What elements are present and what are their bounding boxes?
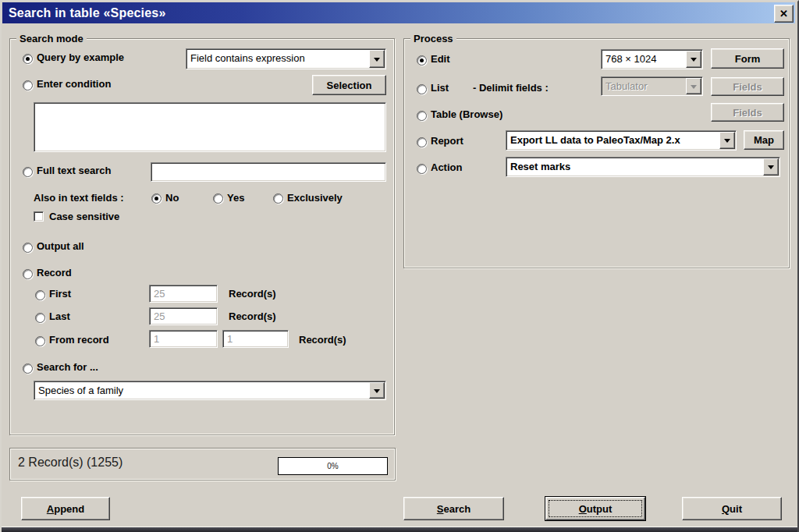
radio-full-text-search[interactable] xyxy=(23,167,33,177)
radio-first-label[interactable]: First xyxy=(49,288,71,300)
fields-button-table: Fields xyxy=(711,103,784,122)
chevron-down-icon[interactable] xyxy=(369,382,385,399)
process-group-label: Process xyxy=(410,33,456,44)
quit-button[interactable]: Quit xyxy=(682,497,782,520)
output-button-hotkey: O xyxy=(579,503,587,515)
chevron-down-icon[interactable] xyxy=(369,50,385,68)
action-dropdown-value: Reset marks xyxy=(506,158,762,176)
append-button[interactable]: Append xyxy=(21,497,110,520)
form-button[interactable]: Form xyxy=(711,48,784,69)
search-button[interactable]: Search xyxy=(403,497,504,520)
radio-list-label[interactable]: List xyxy=(431,82,449,94)
close-icon: ✕ xyxy=(779,8,788,20)
radio-list[interactable] xyxy=(417,84,427,94)
radio-last-label[interactable]: Last xyxy=(49,310,70,323)
report-dropdown-value: Export LL data to PaleoTax/Map 2.x xyxy=(506,131,719,150)
radio-output-all[interactable] xyxy=(23,243,33,253)
process-group: Process Edit 768 × 1024 Form List - Deli… xyxy=(403,38,790,268)
search-button-hotkey: S xyxy=(437,503,444,515)
condition-input[interactable] xyxy=(34,102,386,152)
radio-also-exclusively[interactable] xyxy=(273,193,283,204)
delimiter-dropdown: Tabulator xyxy=(601,76,703,96)
delimit-fields-label: - Delimit fields : xyxy=(473,82,549,94)
fields-button-list: Fields xyxy=(711,77,784,96)
last-records-suffix: Record(s) xyxy=(229,310,276,323)
delimiter-dropdown-value: Tabulator xyxy=(602,77,685,95)
radio-search-for[interactable] xyxy=(23,364,33,374)
from-record-start-input[interactable]: 1 xyxy=(149,330,218,348)
search-mode-group-label: Search mode xyxy=(16,33,87,44)
resolution-dropdown-value: 768 × 1024 xyxy=(602,50,685,69)
radio-record-label[interactable]: Record xyxy=(37,267,72,279)
title-bar[interactable]: Search in table «Species» xyxy=(2,2,795,23)
radio-also-yes-label[interactable]: Yes xyxy=(227,192,244,204)
radio-edit[interactable] xyxy=(417,55,427,66)
report-dropdown[interactable]: Export LL data to PaleoTax/Map 2.x xyxy=(506,130,737,151)
quit-button-label: uit xyxy=(730,503,742,515)
last-count-input[interactable]: 25 xyxy=(149,307,218,325)
record-count-text: 2 Record(s) (1255) xyxy=(18,456,123,470)
progress-percent-label: 0% xyxy=(327,462,338,470)
window-bottom-edge xyxy=(2,527,799,532)
append-button-hotkey: A xyxy=(47,503,54,515)
quit-button-hotkey: Q xyxy=(722,503,730,515)
radio-enter-condition[interactable] xyxy=(23,80,33,90)
output-button-label: utput xyxy=(587,503,612,515)
status-panel: 2 Record(s) (1255) 0% xyxy=(9,448,396,481)
append-button-label: ppend xyxy=(54,503,84,515)
also-in-text-fields-label: Also in text fields : xyxy=(34,192,124,204)
radio-table-browse[interactable] xyxy=(417,111,427,121)
radio-from-record-label[interactable]: From record xyxy=(49,334,109,346)
form-button-label: Form xyxy=(735,53,761,65)
radio-last[interactable] xyxy=(35,313,45,323)
query-mode-dropdown[interactable]: Field contains expression xyxy=(186,48,386,69)
radio-enter-condition-label[interactable]: Enter condition xyxy=(37,78,111,90)
radio-full-text-search-label[interactable]: Full text search xyxy=(37,165,111,177)
first-count-input[interactable]: 25 xyxy=(149,285,218,303)
radio-query-by-example-label[interactable]: Query by example xyxy=(37,51,124,64)
search-button-label: earch xyxy=(443,503,471,515)
radio-query-by-example[interactable] xyxy=(23,54,33,64)
selection-button-label: Selection xyxy=(327,80,372,91)
window-title: Search in table «Species» xyxy=(2,6,166,20)
from-records-suffix: Record(s) xyxy=(299,334,346,346)
action-dropdown[interactable]: Reset marks xyxy=(506,157,780,177)
radio-search-for-label[interactable]: Search for ... xyxy=(37,361,98,374)
chevron-down-icon[interactable] xyxy=(763,158,779,176)
search-for-dropdown-value: Species of a family xyxy=(34,381,368,399)
fields-button-list-label: Fields xyxy=(733,81,762,93)
chevron-down-icon[interactable] xyxy=(686,51,701,68)
chevron-down-icon xyxy=(686,78,701,94)
radio-also-no-label[interactable]: No xyxy=(165,192,179,204)
search-dialog: Search in table «Species» ✕ Search mode … xyxy=(0,0,799,532)
radio-action-label[interactable]: Action xyxy=(431,161,462,174)
radio-record[interactable] xyxy=(23,269,33,279)
case-sensitive-checkbox[interactable] xyxy=(34,211,44,222)
chevron-down-icon[interactable] xyxy=(719,132,735,149)
selection-button[interactable]: Selection xyxy=(312,75,386,95)
resolution-dropdown[interactable]: 768 × 1024 xyxy=(601,49,703,69)
from-record-count-input[interactable]: 1 xyxy=(222,330,289,348)
radio-action[interactable] xyxy=(417,164,427,174)
map-button[interactable]: Map xyxy=(744,130,784,150)
full-text-search-input[interactable] xyxy=(151,162,386,182)
case-sensitive-label[interactable]: Case sensitive xyxy=(49,211,119,223)
radio-edit-label[interactable]: Edit xyxy=(431,53,450,66)
radio-also-yes[interactable] xyxy=(213,193,223,204)
radio-also-exclusively-label[interactable]: Exclusively xyxy=(287,192,343,204)
radio-report[interactable] xyxy=(417,137,427,147)
close-button[interactable]: ✕ xyxy=(774,5,794,23)
progress-bar: 0% xyxy=(278,457,388,475)
search-for-dropdown[interactable]: Species of a family xyxy=(34,381,386,400)
fields-button-table-label: Fields xyxy=(733,107,762,119)
radio-from-record[interactable] xyxy=(35,336,45,346)
search-mode-group: Search mode Query by example Field conta… xyxy=(9,38,395,435)
first-records-suffix: Record(s) xyxy=(229,288,276,300)
radio-also-no[interactable] xyxy=(151,193,162,204)
radio-table-browse-label[interactable]: Table (Browse) xyxy=(431,108,502,121)
radio-first[interactable] xyxy=(35,290,45,300)
radio-report-label[interactable]: Report xyxy=(431,135,463,147)
radio-output-all-label[interactable]: Output all xyxy=(37,240,84,253)
output-button[interactable]: Output xyxy=(545,497,645,520)
map-button-label: Map xyxy=(754,134,774,146)
